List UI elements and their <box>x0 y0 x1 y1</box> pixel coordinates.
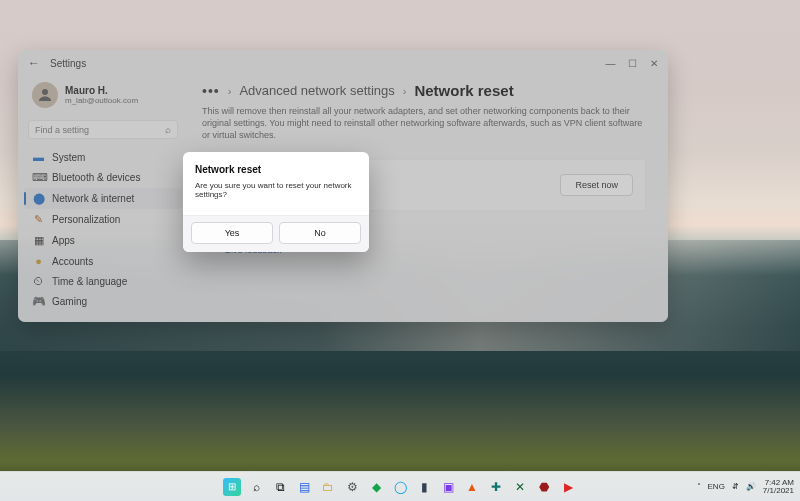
yes-button[interactable]: Yes <box>191 222 273 244</box>
dialog-message: Are you sure you want to reset your netw… <box>183 181 369 215</box>
widgets-icon[interactable]: ▤ <box>295 478 313 496</box>
settings-taskbar-icon[interactable]: ⚙ <box>343 478 361 496</box>
language-indicator[interactable]: ENG <box>708 482 725 491</box>
pinned-app-icon[interactable]: ◯ <box>391 478 409 496</box>
system-tray: ˄ ENG ⇵ 🔊 7:42 AM 7/1/2021 <box>697 479 794 495</box>
pinned-app-icon[interactable]: ▮ <box>415 478 433 496</box>
start-button[interactable]: ⊞ <box>223 478 241 496</box>
no-button[interactable]: No <box>279 222 361 244</box>
network-tray-icon[interactable]: ⇵ <box>732 482 739 491</box>
pinned-app-icon[interactable]: ▣ <box>439 478 457 496</box>
pinned-app-icon[interactable]: ✚ <box>487 478 505 496</box>
confirm-dialog: Network reset Are you sure you want to r… <box>183 152 369 252</box>
taskbar: ⊞ ⌕ ⧉ ▤ 🗀 ⚙ ◆ ◯ ▮ ▣ ▲ ✚ ✕ ⬣ ▶ ˄ ENG ⇵ 🔊 … <box>0 471 800 501</box>
explorer-icon[interactable]: 🗀 <box>319 478 337 496</box>
pinned-app-icon[interactable]: ▲ <box>463 478 481 496</box>
taskbar-center: ⊞ ⌕ ⧉ ▤ 🗀 ⚙ ◆ ◯ ▮ ▣ ▲ ✚ ✕ ⬣ ▶ <box>223 478 577 496</box>
pinned-app-icon[interactable]: ▶ <box>559 478 577 496</box>
clock-date: 7/1/2021 <box>763 487 794 495</box>
desktop: ← Settings — ☐ ✕ Mauro H. m_lab@outlook.… <box>0 0 800 501</box>
tray-overflow-icon[interactable]: ˄ <box>697 482 701 491</box>
clock[interactable]: 7:42 AM 7/1/2021 <box>763 479 794 495</box>
search-taskbar-icon[interactable]: ⌕ <box>247 478 265 496</box>
dialog-buttons: Yes No <box>183 215 369 252</box>
task-view-icon[interactable]: ⧉ <box>271 478 289 496</box>
dialog-title: Network reset <box>183 164 369 181</box>
pinned-app-icon[interactable]: ◆ <box>367 478 385 496</box>
pinned-app-icon[interactable]: ✕ <box>511 478 529 496</box>
volume-tray-icon[interactable]: 🔊 <box>746 482 756 491</box>
pinned-app-icon[interactable]: ⬣ <box>535 478 553 496</box>
